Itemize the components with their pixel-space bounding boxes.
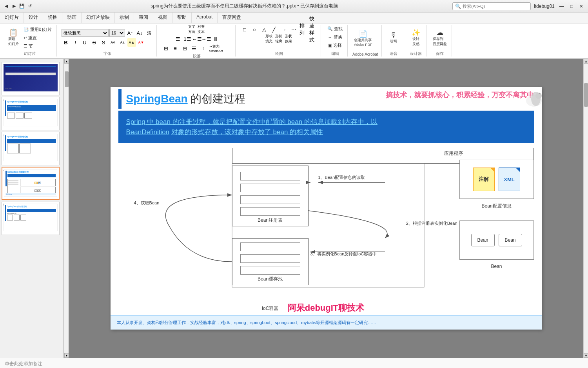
search-box[interactable]: 🔍 — [452, 2, 531, 10]
create-share-pdf-button[interactable]: 📄 创建并共享Adobe PDF — [352, 29, 374, 47]
restore-button[interactable]: □ — [569, 4, 575, 9]
underline-button[interactable]: U — [80, 38, 89, 47]
tab-slideshow[interactable]: 幻灯片放映 — [82, 13, 115, 23]
font-family-select[interactable]: 微软雅黑 — [62, 29, 109, 37]
shape-line[interactable]: ╱ — [270, 25, 278, 34]
indent-more-button[interactable]: →☰ — [202, 35, 211, 43]
highlight-button[interactable]: A▲ — [127, 38, 136, 47]
ribbon-group-paragraph: 文字方向 对齐文本 ☰ 1☰ ←☰ →☰ ||| ⊞ ≡ ⊟ ☵ ↕ →转为Sm… — [158, 25, 236, 56]
section-button[interactable]: ☰ 节 — [22, 42, 53, 50]
save-baidu-button[interactable]: ☁ 保存到百度网盘 — [431, 28, 448, 47]
save-group-label: 保存 — [431, 50, 448, 56]
window-controls[interactable]: ◀ ▶ 💾 ↺ — [3, 3, 33, 9]
paragraph-row-1: 文字方向 对齐文本 — [188, 25, 206, 34]
shape-arrow[interactable]: → — [279, 25, 288, 34]
notes-bar[interactable]: 单击此处添加备注 — [0, 358, 588, 368]
shape-outline-button[interactable]: 形状轮廓 — [275, 35, 283, 43]
align-right-button[interactable]: ⊟ — [180, 44, 189, 53]
tab-slides[interactable]: 幻灯片 — [0, 13, 24, 23]
search-input[interactable] — [463, 4, 525, 9]
slide-desc-box: Spring 中 bean 的注册过程，就是把配置文件中配置的 bean 的信息… — [118, 111, 534, 143]
tab-design[interactable]: 设计 — [24, 13, 43, 23]
align-center-button[interactable]: ≡ — [171, 44, 180, 53]
slide-thumb-2[interactable]: 2 SpringBean的创建过程 Spring中bean的注册过程 — [2, 97, 60, 130]
back-button[interactable]: ◀ — [3, 3, 9, 9]
shape-oval[interactable]: ○ — [250, 25, 259, 34]
forward-button[interactable]: ▶ — [11, 3, 17, 9]
close-button[interactable]: ✕ — [578, 4, 585, 9]
shadow-button[interactable]: S — [99, 38, 108, 47]
slide-panel[interactable]: 1 SpringBean的创建过程 Bird icon 2 SpringBean… — [0, 59, 64, 358]
convert-smartart-button[interactable]: →转为SmartArt — [209, 44, 232, 53]
line-spacing-button[interactable]: ↕ — [199, 44, 208, 53]
scrollbar-thumb[interactable] — [65, 71, 69, 87]
slide-panel-scrollbar[interactable]: ▲ ▼ — [64, 59, 69, 358]
new-slide-button[interactable]: 📋 新建幻灯片 — [6, 28, 20, 47]
slide-thumb-5[interactable]: 5 SpringBean的创建过程 循环依赖解决方案 — [2, 202, 60, 235]
arrange-button[interactable]: 排列 — [299, 25, 308, 34]
reset-button[interactable]: ↩ 重置 — [22, 34, 53, 42]
clear-format-button[interactable]: 清 — [145, 29, 153, 37]
step3-label: 3、将实例化Bean反转至IoC容器中 — [310, 251, 377, 257]
auto-save-icon[interactable]: ↺ — [27, 3, 33, 9]
main-scrollbar-up[interactable]: ▲ — [584, 59, 588, 64]
bold-button[interactable]: B — [62, 38, 70, 47]
quick-styles-button[interactable]: 快速样式 — [309, 25, 318, 34]
slide-thumb-4[interactable]: 4 SpringBean 的创建过程 注 — [2, 167, 60, 200]
justify-button[interactable]: ☵ — [190, 44, 198, 53]
adobe-group-label: Adobe Acrobat — [352, 51, 378, 56]
shape-rect[interactable]: □ — [240, 25, 249, 34]
font-size-select[interactable]: 16 — [109, 29, 125, 37]
tab-transitions[interactable]: 切换 — [43, 13, 62, 23]
bird-decoration — [506, 87, 542, 113]
minimize-button[interactable]: — — [558, 4, 566, 9]
tab-review[interactable]: 审阅 — [134, 13, 153, 23]
save-icon[interactable]: 💾 — [19, 3, 25, 9]
tab-view[interactable]: 视图 — [153, 13, 172, 23]
select-button[interactable]: ▣ 选择 — [327, 42, 343, 49]
main-scrollbar[interactable]: ▲ ▼ — [583, 59, 588, 358]
design-ideas-button[interactable]: ✨ 设计灵感 — [409, 28, 423, 47]
notes-placeholder[interactable]: 单击此处添加备注 — [5, 361, 42, 367]
italic-button[interactable]: I — [71, 38, 80, 47]
slide-thumb-1[interactable]: 1 SpringBean的创建过程 Bird icon — [2, 62, 60, 95]
case-button[interactable]: Aa — [118, 38, 127, 47]
char-spacing-button[interactable]: AV — [109, 38, 117, 47]
align-text-button[interactable]: 对齐文本 — [197, 25, 206, 34]
numbered-list-button[interactable]: 1☰ — [183, 35, 192, 43]
editing-group-top: 🔍 查找 ↔ 替换 ▣ 选择 — [326, 25, 344, 50]
font-size-increase[interactable]: A↑ — [126, 29, 134, 37]
main-scrollbar-down[interactable]: ▼ — [584, 353, 588, 358]
find-button[interactable]: 🔍 查找 — [326, 25, 344, 33]
shape-more[interactable]: ⋯ — [289, 25, 298, 34]
shape-fill-button[interactable]: 形状填充 — [265, 35, 274, 43]
tab-animations[interactable]: 动画 — [62, 13, 82, 23]
text-direction-button[interactable]: 文字方向 — [188, 25, 196, 34]
bullet-list-button[interactable]: ☰ — [174, 35, 182, 43]
align-left-button[interactable]: ⊞ — [162, 44, 170, 53]
strikethrough-button[interactable]: S — [90, 38, 98, 47]
shape-effect-button[interactable]: 形状效果 — [285, 35, 293, 43]
tab-acrobat[interactable]: Acrobat — [192, 13, 218, 23]
font-size-decrease[interactable]: A↓ — [135, 29, 144, 37]
paragraph-row-3: ⊞ ≡ ⊟ ☵ ↕ →转为SmartArt — [162, 44, 232, 53]
shape-tri[interactable]: △ — [260, 25, 269, 34]
font-row-1: 微软雅黑 16 A↑ A↓ 清 — [62, 29, 153, 37]
main-scrollbar-thumb[interactable] — [584, 83, 588, 107]
note-card-annotation: 注解 — [473, 168, 495, 191]
ribbon-group-font: 微软雅黑 16 A↑ A↓ 清 B I U S S AV Aa A▲ A▼ — [58, 25, 157, 56]
replace-button[interactable]: ↔ 替换 — [327, 33, 344, 41]
slide-thumb-content-5: SpringBean的创建过程 循环依赖解决方案 — [4, 204, 58, 231]
tab-record[interactable]: 录制 — [115, 13, 134, 23]
dictate-button[interactable]: 🎙 听写 — [387, 31, 401, 45]
step1-label: 1、Bean配置信息的读取 — [318, 175, 365, 180]
font-color-button[interactable]: A▼ — [137, 38, 145, 47]
indent-less-button[interactable]: ←☰ — [192, 35, 201, 43]
column-button[interactable]: ||| — [211, 35, 220, 43]
reuse-slides-button[interactable]: 📑 重用幻灯片 — [22, 26, 53, 33]
tab-baidu[interactable]: 百度网盘 — [218, 13, 246, 23]
slide-thumb-3[interactable]: 3 SpringBean的创建过程 — [2, 132, 60, 165]
shapes-row: □ ○ △ ╱ → ⋯ 排列 快速样式 — [240, 25, 318, 34]
tab-help[interactable]: 帮助 — [172, 13, 192, 23]
ribbon-group-designer: ✨ 设计灵感 设计器 — [406, 25, 426, 56]
